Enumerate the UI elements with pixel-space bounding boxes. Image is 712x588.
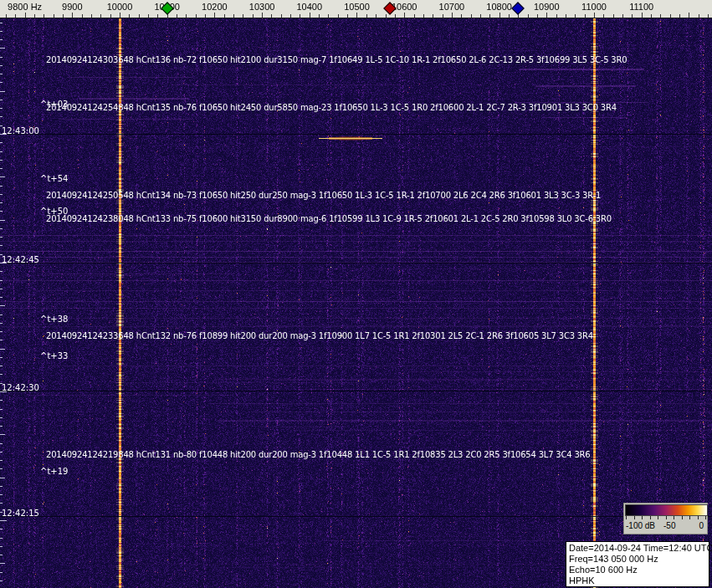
ruler-tick xyxy=(528,14,529,18)
ruler-tick xyxy=(642,13,643,18)
ruler-tick xyxy=(214,13,215,18)
ruler-tick xyxy=(15,14,16,18)
ruler-tick xyxy=(433,14,433,18)
ruler-tick xyxy=(509,14,510,18)
ruler-frequency-label: 10300 xyxy=(249,2,275,12)
ruler-tick xyxy=(54,14,54,18)
ruler-tick xyxy=(120,13,120,18)
ruler-tick xyxy=(603,14,604,18)
app-window: 9800 Hz990010000101001020010300104001050… xyxy=(0,0,712,588)
colorbar-label-mid: -50 xyxy=(663,521,675,530)
colorbar-label-max: 0 xyxy=(699,521,704,530)
ruler-tick xyxy=(262,13,263,18)
ruler-tick xyxy=(25,13,26,18)
ruler-tick xyxy=(139,14,140,18)
ruler-tick xyxy=(423,14,424,18)
ruler-tick xyxy=(471,14,472,18)
ruler-tick xyxy=(243,14,243,18)
ruler-frequency-label: 9900 xyxy=(62,2,82,12)
ruler-tick xyxy=(338,14,339,18)
ruler-tick xyxy=(679,14,680,18)
ruler-tick xyxy=(708,14,709,18)
ruler-tick xyxy=(452,13,453,18)
colorbar-gradient xyxy=(625,504,708,516)
ruler-tick xyxy=(328,14,329,18)
ruler-tick xyxy=(489,14,490,18)
colorbar-tick xyxy=(682,516,683,519)
ruler-tick xyxy=(100,14,101,18)
ruler-tick xyxy=(224,14,225,18)
ruler-frequency-label: 10700 xyxy=(439,2,465,12)
marker-diamond-blue[interactable] xyxy=(511,2,525,15)
ruler-tick xyxy=(157,14,158,18)
info-line-callsign: HPHK xyxy=(569,575,706,586)
ruler-tick xyxy=(566,14,566,18)
colorbar-tick xyxy=(698,516,699,519)
info-line-echo: Echo=10 600 Hz xyxy=(569,565,706,575)
colorbar-tick xyxy=(634,516,635,519)
ruler-tick xyxy=(461,14,462,18)
ruler-tick xyxy=(205,14,206,18)
colorbar-tick xyxy=(666,516,667,519)
ruler-tick xyxy=(660,14,661,18)
ruler-tick xyxy=(585,14,586,18)
info-box: Date=2014-09-24 Time=12:40 UTC Freq=143 … xyxy=(566,541,709,587)
ruler-tick xyxy=(177,14,177,18)
ruler-tick xyxy=(480,14,481,18)
ruler-tick xyxy=(376,14,376,18)
colorbar-tick xyxy=(705,516,706,519)
ruler-tick xyxy=(310,13,310,18)
ruler-tick xyxy=(271,14,272,18)
ruler-tick xyxy=(395,14,396,18)
colorbar-tick xyxy=(626,516,627,519)
ruler-tick xyxy=(290,14,291,18)
ruler-tick xyxy=(281,14,282,18)
ruler-tick xyxy=(91,14,92,18)
info-line-date: Date=2014-09-24 Time=12:40 UTC xyxy=(569,543,706,554)
ruler-tick xyxy=(546,13,547,18)
ruler-tick xyxy=(613,14,614,18)
ruler-tick xyxy=(347,14,348,18)
colorbar-tick xyxy=(650,516,651,519)
ruler-tick xyxy=(233,14,234,18)
ruler-frequency-label: 11100 xyxy=(629,2,653,12)
ruler-tick xyxy=(129,14,130,18)
ruler-tick xyxy=(518,14,519,18)
ruler-tick xyxy=(300,14,300,18)
ruler-tick xyxy=(632,14,633,18)
ruler-tick xyxy=(82,14,83,18)
ruler-frequency-label: 10500 xyxy=(344,2,370,12)
ruler-tick xyxy=(575,14,576,18)
info-line-freq: Freq=143 050 000 Hz xyxy=(569,554,706,565)
ruler-tick xyxy=(594,13,595,18)
ruler-tick xyxy=(6,14,7,18)
ruler-frequency-label: 10200 xyxy=(202,2,228,12)
ruler-frequency-label: 10400 xyxy=(297,2,323,12)
ruler-tick xyxy=(34,14,35,18)
ruler-tick xyxy=(196,14,197,18)
ruler-frequency-label: 9800 Hz xyxy=(8,2,42,12)
ruler-tick xyxy=(63,14,64,18)
ruler-tick xyxy=(699,14,699,18)
ruler-tick xyxy=(148,14,149,18)
ruler-tick xyxy=(319,14,320,18)
colorbar-label-min: -100 dB xyxy=(626,521,655,530)
ruler-tick xyxy=(44,14,44,18)
ruler-tick xyxy=(651,14,652,18)
ruler-tick xyxy=(622,14,623,18)
ruler-tick xyxy=(556,14,557,18)
ruler-tick xyxy=(110,14,111,18)
colorbar-tick xyxy=(642,516,643,519)
ruler-tick xyxy=(72,13,73,18)
ruler-tick xyxy=(186,14,187,18)
ruler-frequency-label: 10900 xyxy=(534,2,560,12)
ruler-frequency-label: 11000 xyxy=(581,2,607,12)
colorbar-tick xyxy=(689,516,690,519)
ruler-tick xyxy=(356,13,357,18)
ruler-tick xyxy=(443,14,443,18)
colorbar-tick xyxy=(658,516,658,519)
colorbar-tick xyxy=(674,516,674,519)
ruler-tick xyxy=(414,14,415,18)
colorbar-legend: -100 dB -50 0 xyxy=(623,503,708,534)
ruler-tick xyxy=(537,14,538,18)
